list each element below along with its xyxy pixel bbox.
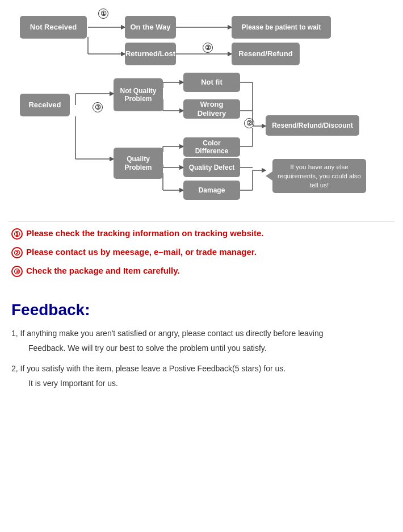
feedback-item-1: 1, If anything make you aren't satisfied… <box>11 328 392 340</box>
feedback-item-2: 2, If you satisfy with the item, please … <box>11 363 392 375</box>
instruction-num-1: ① <box>11 228 23 240</box>
feedback-title: Feedback: <box>11 301 392 319</box>
instruction-num-3: ③ <box>11 266 23 277</box>
feedback-section: Feedback: 1, If anything make you aren't… <box>9 301 394 389</box>
instruction-line-3: ③ Check the package and Item carefully. <box>11 265 392 277</box>
on-the-way-box: On the Way <box>125 16 176 39</box>
returned-lost-box: Returned/Lost <box>125 43 176 65</box>
damage-box: Damage <box>183 181 240 200</box>
quality-defect-box: Quality Defect <box>183 158 240 177</box>
instruction-line-1: ① Please check the tracking information … <box>11 228 392 240</box>
resend-refund-box: Resend/Refund <box>232 43 300 65</box>
not-fit-box: Not fit <box>183 73 240 92</box>
circle-2-returned: ② <box>203 43 213 53</box>
instruction-text-1: Please check the tracking information on… <box>26 228 263 239</box>
not-received-box: Not Received <box>20 16 87 39</box>
received-box: Received <box>20 94 70 116</box>
circle-2-right: ② <box>244 118 254 128</box>
instruction-text-2: Please contact us by meesage, e–mail, or… <box>26 246 257 258</box>
wrong-delivery-box: Wrong Delivery <box>183 99 240 119</box>
circle-1-top: ① <box>98 9 108 19</box>
instruction-text-3: Check the package and Item carefully. <box>26 265 180 277</box>
color-difference-box: Color Difference <box>183 137 240 157</box>
resend-refund-discount-box: Resend/Refund/Discount <box>266 115 359 136</box>
feedback-item-2-indent: It is very Important for us. <box>28 378 392 389</box>
quality-problem-box: Quality Problem <box>114 148 163 179</box>
instruction-line-2: ② Please contact us by meesage, e–mail, … <box>11 246 392 258</box>
please-patient-box: Please be patient to wait <box>232 16 331 39</box>
circle-3: ③ <box>93 102 103 112</box>
instructions-section: ① Please check the tracking information … <box>9 221 394 290</box>
flowchart-area: Not Received ① On the Way Please be pati… <box>9 6 394 216</box>
if-you-have-bubble: If you have any else requirements, you c… <box>272 159 366 193</box>
instruction-num-2: ② <box>11 247 23 258</box>
feedback-item-1-indent: Feedback. We will try our best to solve … <box>28 342 392 354</box>
not-quality-problem-box: Not Quality Problem <box>114 78 163 111</box>
